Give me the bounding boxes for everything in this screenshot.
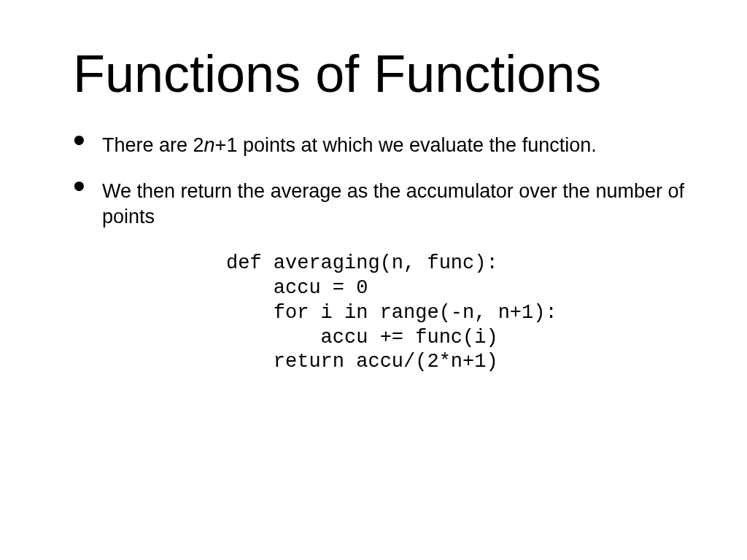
bullet-text: There are 2 [102,134,204,156]
bullet-text-italic: n [204,134,215,156]
code-block: def averaging(n, func): accu = 0 for i i… [226,252,703,375]
bullet-item: We then return the average as the accumu… [73,179,703,230]
slide: Functions of Functions There are 2n+1 po… [0,0,747,560]
bullet-text: We then return the average as the accumu… [102,180,684,228]
bullet-item: There are 2n+1 points at which we evalua… [73,133,703,158]
slide-title: Functions of Functions [73,44,703,104]
bullet-text: +1 points at which we evaluate the funct… [215,134,597,156]
bullet-list: There are 2n+1 points at which we evalua… [73,133,703,230]
